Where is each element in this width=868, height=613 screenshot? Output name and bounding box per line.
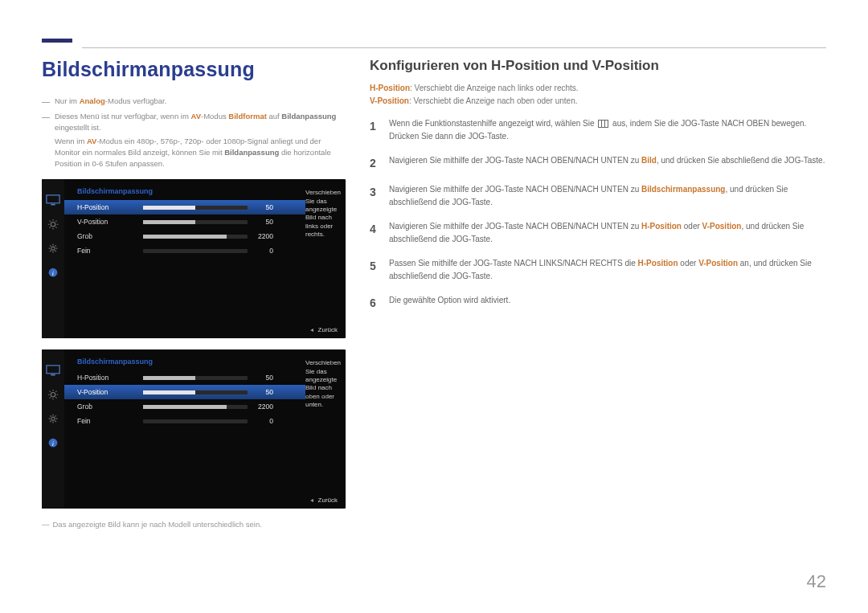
osd-row-value: 50 bbox=[248, 374, 280, 382]
svg-rect-1 bbox=[51, 204, 55, 206]
footnote: ―Das angezeigte Bild kann je nach Modell… bbox=[42, 520, 346, 529]
step-text: Navigieren Sie mithilfe der JOG-Taste NA… bbox=[389, 183, 826, 209]
osd-row-value: 0 bbox=[248, 417, 280, 425]
step-text: Navigieren Sie mithilfe der JOG-Taste NA… bbox=[389, 154, 826, 172]
brightness-icon bbox=[46, 388, 60, 401]
osd-row-value: 50 bbox=[248, 203, 280, 211]
svg-text:i: i bbox=[52, 270, 54, 277]
step-item: 3Navigieren Sie mithilfe der JOG-Taste N… bbox=[370, 183, 826, 209]
step-text: Die gewählte Option wird aktiviert. bbox=[389, 294, 826, 312]
osd-row: Fein0 bbox=[64, 414, 305, 428]
step-item: 2Navigieren Sie mithilfe der JOG-Taste N… bbox=[370, 154, 826, 172]
svg-line-24 bbox=[50, 397, 51, 398]
osd-slider bbox=[143, 220, 248, 224]
step-text: Wenn die Funktionstastenhilfe angezeigt … bbox=[389, 117, 826, 143]
osd-row: V-Position50 bbox=[64, 385, 305, 399]
svg-text:i: i bbox=[52, 440, 54, 447]
osd-row-label: H-Position bbox=[77, 203, 143, 211]
step-text: Passen Sie mithilfe der JOG-Taste NACH L… bbox=[389, 257, 826, 283]
dash-icon: ― bbox=[42, 96, 50, 108]
svg-rect-15 bbox=[51, 374, 55, 376]
step-number: 2 bbox=[370, 154, 389, 172]
svg-line-21 bbox=[50, 391, 51, 392]
osd-row: Fein0 bbox=[64, 243, 305, 258]
step-item: 6Die gewählte Option wird aktiviert. bbox=[370, 294, 826, 312]
step-item: 5Passen Sie mithilfe der JOG-Taste NACH … bbox=[370, 257, 826, 283]
step-number: 1 bbox=[370, 117, 389, 143]
monitor-icon bbox=[46, 364, 60, 377]
osd-slider bbox=[143, 390, 248, 394]
osd-row-value: 50 bbox=[248, 218, 280, 226]
gear-icon bbox=[46, 242, 60, 255]
svg-line-22 bbox=[55, 397, 56, 398]
osd-screenshot-vposition: i Bildschirmanpassung H-Position50V-Posi… bbox=[42, 349, 346, 509]
osd-row: H-Position50 bbox=[64, 200, 305, 215]
svg-line-10 bbox=[50, 227, 51, 227]
step-number: 3 bbox=[370, 183, 389, 209]
osd-title: Bildschirmanpassung bbox=[64, 179, 305, 200]
svg-point-2 bbox=[51, 223, 55, 227]
step-text: Navigieren Sie mithilfe der JOG-Taste NA… bbox=[389, 220, 826, 246]
osd-row-value: 2200 bbox=[248, 403, 280, 411]
osd-row-label: Fein bbox=[77, 417, 143, 425]
dash-icon: ― bbox=[42, 111, 50, 170]
osd-help-text: Verschieben Sie das angezeigte Bild nach… bbox=[305, 189, 346, 239]
svg-point-16 bbox=[51, 393, 55, 397]
step-number: 5 bbox=[370, 257, 389, 283]
osd-row-label: H-Position bbox=[77, 374, 143, 382]
osd-row-label: V-Position bbox=[77, 388, 143, 396]
svg-point-25 bbox=[51, 417, 55, 420]
osd-back-label: Zurück bbox=[310, 326, 338, 333]
svg-line-7 bbox=[50, 221, 51, 222]
osd-screenshot-hposition: i Bildschirmanpassung H-Position50V-Posi… bbox=[42, 179, 346, 338]
osd-row-label: Grob bbox=[77, 232, 143, 240]
header-accent bbox=[42, 39, 72, 43]
info-icon: i bbox=[46, 266, 60, 279]
svg-line-8 bbox=[55, 227, 56, 227]
menu-icon bbox=[598, 120, 608, 128]
osd-row-value: 0 bbox=[248, 247, 280, 255]
osd-row: Grob2200 bbox=[64, 399, 305, 414]
svg-rect-0 bbox=[47, 195, 59, 203]
note-av: Dieses Menü ist nur verfügbar, wenn im A… bbox=[55, 111, 346, 170]
osd-title: Bildschirmanpassung bbox=[64, 349, 305, 370]
osd-help-text: Verschieben Sie das angezeigte Bild nach… bbox=[305, 359, 346, 409]
svg-rect-14 bbox=[47, 366, 59, 374]
section-heading: Bildschirmanpassung bbox=[42, 58, 346, 81]
osd-row-value: 50 bbox=[248, 388, 280, 396]
osd-row-label: V-Position bbox=[77, 218, 143, 226]
brightness-icon bbox=[46, 218, 60, 231]
svg-point-11 bbox=[51, 247, 55, 250]
subsection-heading: Konfigurieren von H-Position und V-Posit… bbox=[370, 58, 826, 74]
definitions: H-Position: Verschiebt die Anzeige nach … bbox=[370, 82, 826, 108]
osd-row: Grob2200 bbox=[64, 229, 305, 243]
notes-block: ― Nur im Analog-Modus verfügbar. ― Diese… bbox=[42, 96, 346, 170]
osd-row-label: Grob bbox=[77, 403, 143, 411]
gear-icon bbox=[46, 412, 60, 425]
note-analog: Nur im Analog-Modus verfügbar. bbox=[55, 96, 346, 108]
step-number: 4 bbox=[370, 220, 389, 246]
page-number: 42 bbox=[807, 571, 826, 592]
monitor-icon bbox=[46, 194, 60, 206]
step-item: 1Wenn die Funktionstastenhilfe angezeigt… bbox=[370, 117, 826, 143]
header-rule bbox=[82, 47, 826, 48]
step-number: 6 bbox=[370, 294, 389, 312]
osd-slider bbox=[143, 376, 248, 380]
osd-row-value: 2200 bbox=[248, 232, 280, 240]
svg-line-9 bbox=[55, 221, 56, 222]
osd-slider bbox=[143, 405, 248, 409]
osd-row: H-Position50 bbox=[64, 370, 305, 385]
steps-list: 1Wenn die Funktionstastenhilfe angezeigt… bbox=[370, 117, 826, 313]
step-item: 4Navigieren Sie mithilfe der JOG-Taste N… bbox=[370, 220, 826, 246]
info-icon: i bbox=[46, 436, 60, 449]
osd-row: V-Position50 bbox=[64, 215, 305, 229]
svg-line-23 bbox=[55, 391, 56, 392]
osd-row-label: Fein bbox=[77, 247, 143, 255]
osd-slider bbox=[143, 249, 248, 253]
osd-slider bbox=[143, 235, 248, 239]
osd-slider bbox=[143, 419, 248, 423]
osd-back-label: Zurück bbox=[310, 497, 338, 504]
osd-slider bbox=[143, 206, 248, 210]
